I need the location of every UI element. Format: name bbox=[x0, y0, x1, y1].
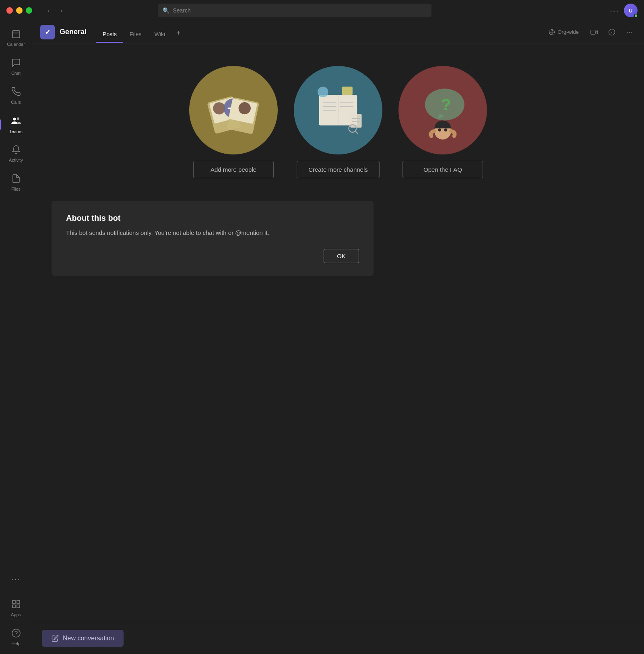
avatar[interactable]: U bbox=[624, 4, 638, 17]
tab-files[interactable]: Files bbox=[123, 21, 148, 43]
activity-icon bbox=[11, 145, 21, 156]
svg-point-4 bbox=[13, 118, 16, 121]
bot-card: About this bot This bot sends notificati… bbox=[52, 201, 374, 276]
org-wide-badge[interactable]: Org-wide bbox=[545, 27, 583, 37]
sidebar-label-activity: Activity bbox=[9, 158, 23, 162]
calendar-icon bbox=[11, 29, 21, 40]
sidebar-item-apps[interactable]: Apps bbox=[2, 594, 30, 622]
illustration-create-channels: Create more channels bbox=[294, 66, 382, 178]
sidebar-label-apps: Apps bbox=[11, 612, 21, 617]
svg-rect-8 bbox=[12, 605, 15, 608]
header-tabs: Posts Files Wiki + bbox=[96, 21, 186, 43]
sidebar-item-more[interactable]: ··· bbox=[2, 566, 30, 593]
sidebar-label-files: Files bbox=[11, 187, 21, 191]
svg-rect-9 bbox=[17, 605, 20, 608]
titlebar: ‹ › 🔍 Search ··· U bbox=[0, 0, 644, 21]
sidebar-item-calendar[interactable]: Calendar bbox=[2, 24, 30, 51]
sidebar-item-calls[interactable]: Calls bbox=[2, 82, 30, 109]
tab-posts[interactable]: Posts bbox=[96, 21, 123, 43]
new-conversation-label: New conversation bbox=[63, 635, 114, 642]
bottom-bar: New conversation bbox=[32, 622, 644, 654]
illustration-circle-1 bbox=[189, 66, 278, 154]
svg-point-48 bbox=[438, 128, 442, 132]
svg-rect-39 bbox=[342, 86, 352, 95]
svg-rect-40 bbox=[350, 114, 361, 128]
apps-icon bbox=[11, 599, 21, 611]
sidebar-label-teams: Teams bbox=[9, 129, 22, 134]
chat-icon bbox=[11, 58, 21, 69]
forward-button[interactable]: › bbox=[56, 5, 67, 16]
header-right: Org-wide bbox=[545, 26, 636, 39]
svg-rect-6 bbox=[12, 601, 15, 603]
add-tab-button[interactable]: + bbox=[171, 21, 186, 43]
sidebar-item-files[interactable]: Files bbox=[2, 169, 30, 196]
sidebar-item-teams[interactable]: Teams bbox=[2, 111, 30, 138]
channel-name: General bbox=[60, 28, 87, 36]
back-button[interactable]: ‹ bbox=[43, 5, 54, 16]
svg-rect-7 bbox=[17, 601, 20, 603]
create-more-channels-button[interactable]: Create more channels bbox=[297, 161, 380, 178]
add-more-people-button[interactable]: Add more people bbox=[193, 161, 274, 178]
traffic-lights bbox=[6, 7, 32, 14]
titlebar-right: ··· U bbox=[610, 4, 638, 17]
search-bar[interactable]: 🔍 Search bbox=[158, 4, 431, 17]
sidebar-item-help[interactable]: Help bbox=[2, 623, 30, 651]
calls-icon bbox=[11, 87, 21, 98]
svg-point-20 bbox=[629, 31, 630, 32]
more-options-icon[interactable]: ··· bbox=[610, 6, 619, 15]
avatar-status bbox=[634, 14, 638, 18]
sidebar-label-calendar: Calendar bbox=[7, 42, 25, 47]
illustration-circle-2 bbox=[294, 66, 382, 154]
svg-point-5 bbox=[17, 117, 19, 120]
faq-illustration: ? bbox=[409, 76, 477, 144]
bot-card-description: This bot sends notifications only. You'r… bbox=[66, 228, 359, 238]
minimize-button[interactable] bbox=[16, 7, 23, 14]
nav-arrows: ‹ › bbox=[43, 5, 67, 16]
svg-rect-0 bbox=[12, 31, 20, 38]
main-layout: Calendar Chat Calls bbox=[0, 21, 644, 654]
teams-icon bbox=[11, 115, 21, 128]
svg-marker-14 bbox=[595, 31, 597, 34]
content-area: ✓ General Posts Files Wiki + bbox=[32, 21, 644, 654]
tab-wiki[interactable]: Wiki bbox=[148, 21, 171, 43]
svg-point-38 bbox=[318, 86, 328, 97]
info-button[interactable] bbox=[605, 26, 618, 39]
bot-card-title: About this bot bbox=[66, 214, 359, 223]
maximize-button[interactable] bbox=[26, 7, 32, 14]
more-header-button[interactable] bbox=[623, 26, 636, 39]
svg-point-49 bbox=[444, 128, 448, 132]
sidebar-label-calls: Calls bbox=[11, 100, 21, 105]
svg-point-10 bbox=[12, 629, 20, 637]
svg-text:?: ? bbox=[441, 95, 451, 114]
org-wide-icon bbox=[549, 29, 555, 35]
sidebar-item-activity[interactable]: Activity bbox=[2, 140, 30, 167]
svg-point-19 bbox=[627, 31, 628, 32]
sidebar: Calendar Chat Calls bbox=[0, 21, 32, 654]
team-icon: ✓ bbox=[40, 25, 55, 39]
svg-line-44 bbox=[355, 131, 358, 134]
channel-header: ✓ General Posts Files Wiki + bbox=[32, 21, 644, 43]
ok-button[interactable]: OK bbox=[324, 249, 359, 263]
sidebar-item-chat[interactable]: Chat bbox=[2, 53, 30, 80]
open-faq-button[interactable]: Open the FAQ bbox=[402, 161, 483, 178]
org-wide-label: Org-wide bbox=[557, 29, 579, 35]
illustration-add-people: Add more people bbox=[189, 66, 278, 178]
svg-point-21 bbox=[631, 31, 632, 32]
files-icon bbox=[11, 174, 21, 185]
illustration-circle-3: ? bbox=[398, 66, 487, 154]
new-conversation-icon bbox=[52, 635, 59, 642]
sidebar-label-chat: Chat bbox=[11, 71, 21, 76]
video-button[interactable] bbox=[588, 26, 601, 39]
sidebar-label-help: Help bbox=[11, 641, 21, 646]
channels-illustration bbox=[304, 76, 372, 144]
search-icon: 🔍 bbox=[163, 7, 169, 14]
help-icon bbox=[11, 628, 21, 640]
close-button[interactable] bbox=[6, 7, 13, 14]
illustration-row: Add more people bbox=[52, 56, 625, 188]
more-icon: ··· bbox=[12, 576, 20, 583]
posts-content: Add more people bbox=[32, 43, 644, 622]
new-conversation-button[interactable]: New conversation bbox=[42, 630, 124, 647]
illustration-faq: ? bbox=[398, 66, 487, 178]
search-placeholder: Search bbox=[173, 7, 190, 14]
svg-rect-15 bbox=[591, 30, 595, 34]
